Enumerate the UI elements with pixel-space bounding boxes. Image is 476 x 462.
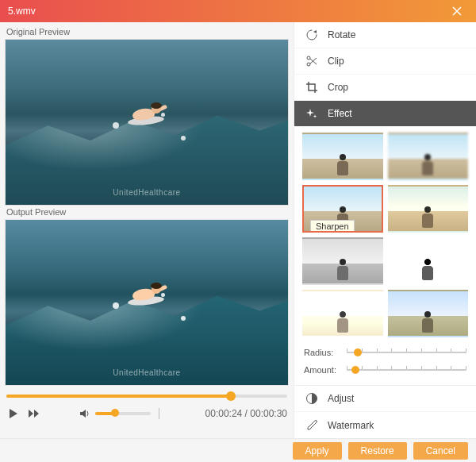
volume-slider[interactable] (95, 412, 151, 415)
cancel-button[interactable]: Cancel (413, 442, 468, 460)
playback-controls: 00:00:24 / 00:00:30 (5, 386, 289, 425)
apply-button[interactable]: Apply (293, 442, 342, 460)
tab-label: Crop (328, 82, 348, 93)
effect-thumb-blur[interactable] (388, 133, 469, 180)
tab-crop[interactable]: Crop (294, 75, 476, 101)
title-bar: 5.wmv (0, 0, 476, 22)
effect-thumb-extra[interactable] (388, 290, 469, 337)
tab-label: Clip (328, 56, 344, 67)
tab-label: Adjust (328, 393, 354, 404)
scissors-icon (305, 55, 318, 67)
watermark-text: UnitedHealthcare (113, 188, 180, 197)
tab-effect[interactable]: Effect (294, 101, 476, 127)
volume-icon (79, 409, 90, 418)
time-display: 00:00:24 / 00:00:30 (205, 408, 287, 419)
time-current: 00:00:24 (205, 408, 243, 419)
original-preview: UnitedHealthcare (5, 39, 289, 206)
output-preview-label: Output Preview (5, 206, 289, 219)
amount-slider[interactable] (347, 364, 466, 375)
tab-clip[interactable]: Clip (294, 48, 476, 75)
close-button[interactable] (452, 6, 468, 16)
effect-thumb-sketch[interactable] (388, 237, 469, 285)
effect-thumb-sharpen[interactable]: Sharpen (302, 185, 383, 233)
edit-panel: Rotate Clip Crop Effect Sharpen (294, 22, 476, 438)
window-title: 5.wmv (8, 6, 452, 17)
svg-point-2 (307, 56, 310, 60)
effect-thumb-bright[interactable] (302, 290, 383, 337)
original-preview-label: Original Preview (5, 25, 289, 39)
tab-rotate[interactable]: Rotate (294, 22, 476, 48)
tab-label: Rotate (328, 29, 355, 40)
preview-panel: Original Preview UnitedHealthcare Output… (0, 22, 294, 438)
effect-thumb-original[interactable] (302, 133, 383, 180)
adjust-icon (305, 392, 318, 405)
brush-icon (305, 419, 318, 432)
svg-point-1 (307, 63, 310, 66)
main-area: Original Preview UnitedHealthcare Output… (0, 22, 476, 438)
output-preview: UnitedHealthcare (5, 219, 289, 386)
fast-forward-icon (28, 409, 40, 418)
effect-grid: Sharpen (294, 126, 476, 341)
fast-forward-button[interactable] (27, 406, 41, 421)
effect-thumb-warm[interactable] (388, 185, 469, 233)
restore-button[interactable]: Restore (348, 442, 407, 460)
time-total: 00:00:30 (250, 408, 287, 419)
watermark-text: UnitedHealthcare (113, 368, 180, 377)
footer: Apply Restore Cancel (0, 438, 476, 462)
tab-adjust[interactable]: Adjust (294, 386, 476, 412)
crop-icon (305, 81, 318, 94)
effect-sliders: Radius: Amount: (294, 341, 476, 386)
tab-watermark[interactable]: Watermark (294, 412, 476, 438)
rotate-icon (305, 29, 318, 41)
volume-control (79, 408, 159, 419)
play-icon (9, 408, 18, 419)
radius-label: Radius: (304, 348, 342, 357)
amount-label: Amount: (304, 365, 342, 375)
play-button[interactable] (6, 406, 21, 421)
effect-thumb-gray[interactable] (302, 237, 383, 285)
tab-label: Effect (328, 108, 351, 119)
sparkle-icon (305, 107, 318, 120)
radius-slider[interactable] (347, 347, 466, 358)
seek-bar[interactable] (6, 391, 287, 402)
tab-label: Watermark (328, 420, 374, 431)
close-icon (452, 6, 462, 16)
